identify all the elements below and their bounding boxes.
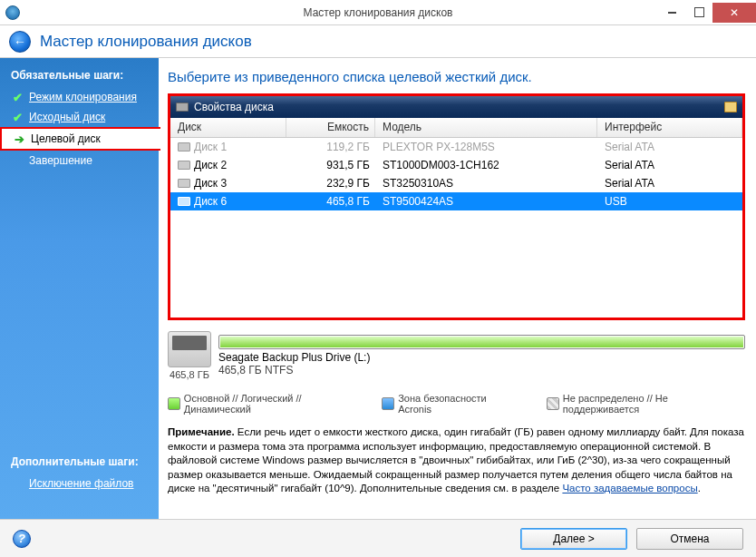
window-close-button[interactable] bbox=[712, 3, 756, 23]
disk-interface: USB bbox=[597, 195, 742, 208]
disk-properties-panel: Свойства диска Диск Емкость Модель Интер… bbox=[168, 93, 745, 320]
wizard-header: ← Мастер клонирования дисков bbox=[0, 25, 756, 58]
disk-interface: Serial ATA bbox=[597, 141, 742, 153]
sidebar-step-finish[interactable]: Завершение bbox=[0, 151, 159, 171]
disk-name: Диск 2 bbox=[194, 159, 227, 171]
swatch-icon bbox=[547, 397, 559, 410]
window-titlebar: Мастер клонирования дисков bbox=[0, 0, 756, 25]
disk-table-body: Диск 1 119,2 ГБ PLEXTOR PX-128M5S Serial… bbox=[170, 138, 742, 318]
partition-sub: 465,8 ГБ NTFS bbox=[218, 364, 745, 376]
disk-model: ST1000DM003-1CH162 bbox=[375, 159, 597, 171]
check-icon: ✔ bbox=[11, 91, 24, 103]
disk-model: PLEXTOR PX-128M5S bbox=[375, 141, 597, 153]
next-button[interactable]: Далее > bbox=[520, 528, 627, 550]
partition-summary: 465,8 ГБ Seagate Backup Plus Drive (L:) … bbox=[168, 331, 745, 380]
disk-capacity: 119,2 ГБ bbox=[286, 141, 375, 153]
partition-bar[interactable] bbox=[218, 335, 745, 349]
panel-titlebar: Свойства диска bbox=[170, 96, 742, 118]
disk-row[interactable]: Диск 1 119,2 ГБ PLEXTOR PX-128M5S Serial… bbox=[170, 138, 742, 156]
wizard-title: Мастер клонирования дисков bbox=[40, 33, 252, 51]
disk-table-header: Диск Емкость Модель Интерфейс bbox=[170, 118, 742, 138]
page-heading: Выберите из приведенного списка целевой … bbox=[168, 69, 745, 84]
swatch-icon bbox=[382, 397, 394, 410]
legend-zone: Зона безопасности Acronis bbox=[382, 393, 521, 415]
col-capacity[interactable]: Емкость bbox=[286, 118, 375, 137]
disk-name: Диск 3 bbox=[194, 177, 227, 190]
arrow-right-icon: ➔ bbox=[13, 132, 25, 145]
wizard-sidebar: Обязательные шаги: ✔ Режим клонирования … bbox=[0, 58, 159, 519]
col-model[interactable]: Модель bbox=[375, 118, 597, 137]
disk-capacity: 931,5 ГБ bbox=[286, 159, 375, 171]
disk-model: ST3250310AS bbox=[375, 177, 597, 190]
disk-row[interactable]: Диск 6 465,8 ГБ ST9500424AS USB bbox=[170, 192, 742, 210]
disk-interface: Serial ATA bbox=[597, 159, 742, 171]
window-minimize-button[interactable] bbox=[658, 3, 685, 23]
sidebar-item-label: Завершение bbox=[29, 154, 92, 167]
legend-primary: Основной // Логический // Динамический bbox=[168, 393, 369, 415]
wizard-main: Выберите из приведенного списка целевой … bbox=[159, 58, 756, 519]
wizard-footer: ? Далее > Отмена bbox=[0, 519, 756, 557]
col-disk[interactable]: Диск bbox=[170, 118, 286, 137]
panel-title: Свойства диска bbox=[194, 101, 274, 113]
disk-name: Диск 1 bbox=[194, 141, 227, 153]
disk-model: ST9500424AS bbox=[375, 195, 597, 208]
sidebar-step-exclude-files[interactable]: Исключение файлов bbox=[0, 474, 159, 493]
sidebar-step-clone-mode[interactable]: ✔ Режим клонирования bbox=[0, 87, 159, 107]
sidebar-step-source-disk[interactable]: ✔ Исходный диск bbox=[0, 107, 159, 127]
window-title: Мастер клонирования дисков bbox=[304, 6, 453, 19]
disk-icon bbox=[176, 103, 189, 112]
sidebar-item-label: Исходный диск bbox=[29, 111, 105, 123]
sidebar-item-label: Исключение файлов bbox=[29, 477, 133, 490]
sidebar-item-label: Режим клонирования bbox=[29, 91, 137, 103]
sidebar-required-label: Обязательные шаги: bbox=[0, 67, 159, 87]
sidebar-additional-label: Дополнительные шаги: bbox=[0, 454, 159, 474]
options-icon[interactable] bbox=[724, 102, 737, 112]
swatch-icon bbox=[168, 397, 180, 410]
partition-label: Seagate Backup Plus Drive (L:) bbox=[218, 351, 745, 364]
disk-row[interactable]: Диск 2 931,5 ГБ ST1000DM003-1CH162 Seria… bbox=[170, 156, 742, 174]
partition-legend: Основной // Логический // Динамический З… bbox=[168, 393, 745, 415]
blank-icon bbox=[11, 154, 24, 167]
faq-link[interactable]: Часто задаваемые вопросы bbox=[562, 483, 697, 493]
disk-capacity: 232,9 ГБ bbox=[286, 177, 375, 190]
legend-unallocated: Не распределено // Не поддерживается bbox=[547, 393, 745, 415]
disk-row[interactable]: Диск 3 232,9 ГБ ST3250310AS Serial ATA bbox=[170, 174, 742, 192]
note-bold: Примечание. bbox=[168, 426, 235, 437]
back-button[interactable]: ← bbox=[9, 31, 31, 53]
col-interface[interactable]: Интерфейс bbox=[597, 118, 742, 137]
drive-capacity: 465,8 ГБ bbox=[168, 369, 211, 380]
sidebar-step-target-disk[interactable]: ➔ Целевой диск bbox=[0, 127, 160, 151]
disk-icon bbox=[178, 179, 190, 188]
blank-icon bbox=[11, 477, 24, 490]
window-maximize-button[interactable] bbox=[685, 3, 712, 23]
disk-icon bbox=[178, 161, 190, 170]
disk-icon bbox=[178, 197, 190, 206]
check-icon: ✔ bbox=[11, 111, 24, 123]
app-icon bbox=[5, 5, 20, 20]
disk-capacity: 465,8 ГБ bbox=[286, 195, 375, 208]
note-tail: . bbox=[698, 483, 701, 493]
sidebar-item-label: Целевой диск bbox=[31, 132, 101, 145]
capacity-note: Примечание. Если речь идет о емкости жес… bbox=[168, 425, 745, 496]
disk-interface: Serial ATA bbox=[597, 177, 742, 190]
drive-icon bbox=[168, 331, 211, 367]
cancel-button[interactable]: Отмена bbox=[636, 528, 743, 550]
help-button[interactable]: ? bbox=[13, 530, 31, 548]
disk-name: Диск 6 bbox=[194, 195, 227, 208]
disk-icon bbox=[178, 142, 190, 151]
